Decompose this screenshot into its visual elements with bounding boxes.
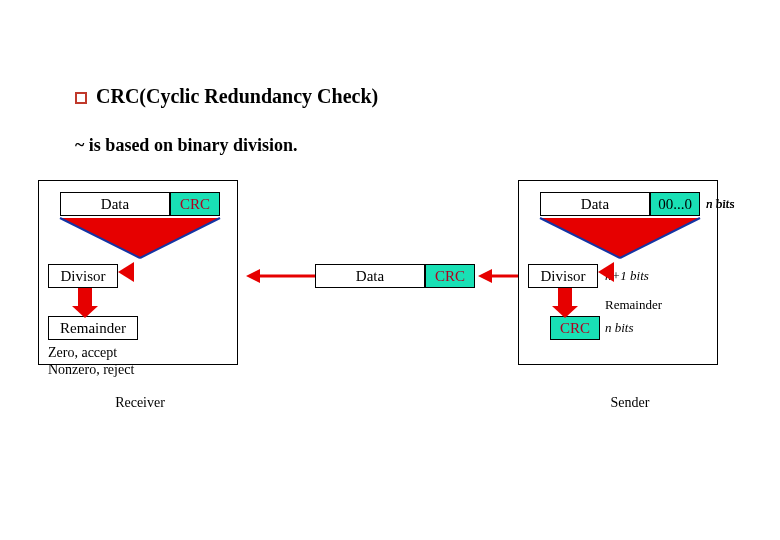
arrow-left-2-icon xyxy=(246,269,260,283)
subtitle-text: ~ is based on binary division. xyxy=(75,135,297,156)
sender-nbits-bottom: n bits xyxy=(605,320,634,336)
sender-nbits-top-real: n bits xyxy=(706,196,735,212)
transit-crc-box: CRC xyxy=(425,264,475,288)
receiver-note2: Nonzero, reject xyxy=(48,362,178,378)
receiver-caption: Receiver xyxy=(90,395,190,411)
sender-remainder-label: Remainder xyxy=(605,297,662,313)
bullet-icon xyxy=(75,92,87,104)
sender-n1bits: n+1 bits xyxy=(605,268,649,284)
receiver-data-box: Data xyxy=(60,192,170,216)
title-text: CRC(Cyclic Redundancy Check) xyxy=(96,85,378,107)
sender-caption: Sender xyxy=(580,395,680,411)
sender-zeros-box: 00...0 xyxy=(650,192,700,216)
sender-data-box: Data xyxy=(540,192,650,216)
sender-divisor-box: Divisor xyxy=(528,264,598,288)
title-row: CRC(Cyclic Redundancy Check) xyxy=(75,85,378,108)
receiver-divisor-box: Divisor xyxy=(48,264,118,288)
receiver-crc-box: CRC xyxy=(170,192,220,216)
receiver-note1: Zero, accept xyxy=(48,345,178,361)
receiver-remainder-box: Remainder xyxy=(48,316,138,340)
sender-crc-box: CRC xyxy=(550,316,600,340)
transit-data-box: Data xyxy=(315,264,425,288)
arrow-left-1-icon xyxy=(478,269,492,283)
